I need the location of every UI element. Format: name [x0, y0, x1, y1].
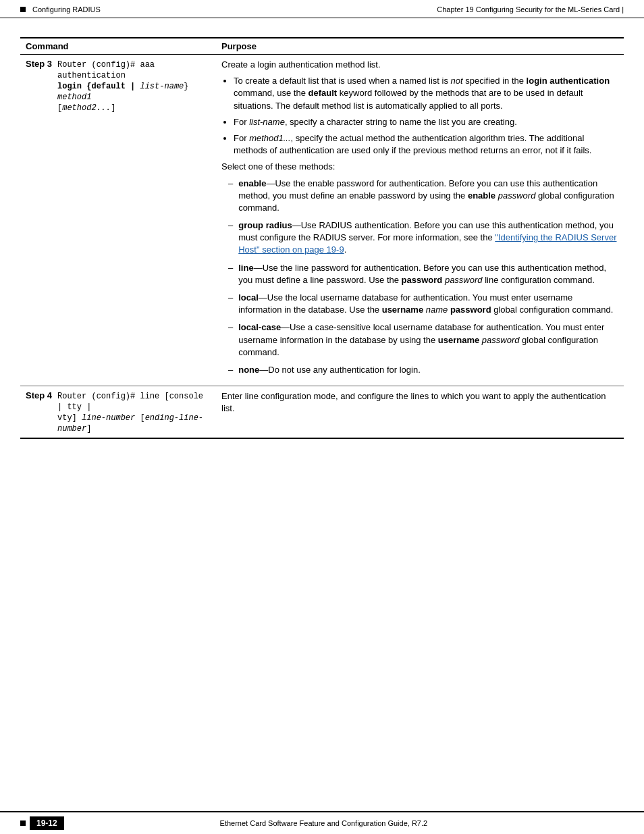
- sub-item-local: local—Use the local username database fo…: [238, 292, 618, 316]
- sub-item-local-case: local-case—Use a case-sensitive local us…: [238, 321, 618, 359]
- footer-left: 19-12: [20, 816, 64, 830]
- page-number: 19-12: [30, 816, 64, 830]
- step4-purpose-text: Enter line configuration mode, and confi…: [221, 390, 618, 415]
- list-item: To create a default list that is used wh…: [234, 75, 618, 112]
- step3-code-line1: Router (config)# aaa authenticationlogin…: [57, 60, 188, 113]
- list-item: group radius—Use RADIUS authentication. …: [228, 219, 618, 257]
- header-bullet-icon: [20, 7, 26, 12]
- footer-bullet-icon: [20, 820, 26, 826]
- table-header-command: Command: [20, 38, 216, 55]
- header-section-label: Configuring RADIUS: [32, 5, 101, 14]
- sub-item-enable: enable—Use the enable password for authe…: [238, 178, 618, 215]
- main-content: Command Purpose Step 3 Router (config)# …: [0, 18, 644, 452]
- table-header-purpose: Purpose: [216, 38, 624, 55]
- table-row: Step 3 Router (config)# aaa authenticati…: [20, 55, 624, 386]
- page-footer: 19-12 Ethernet Card Software Feature and…: [0, 811, 644, 834]
- step3-command-cell: Step 3 Router (config)# aaa authenticati…: [20, 55, 216, 386]
- page-header: Configuring RADIUS Chapter 19 Configurin…: [0, 0, 644, 18]
- footer-title: Ethernet Card Software Feature and Confi…: [64, 819, 583, 827]
- sub-item-line: line—Use the line password for authentic…: [238, 262, 618, 286]
- list-item: For method1..., specify the actual metho…: [234, 132, 618, 157]
- sub-item-none: none—Do not use any authentication for l…: [238, 364, 421, 376]
- list-item: local-case—Use a case-sensitive local us…: [228, 321, 618, 359]
- step4-purpose-cell: Enter line configuration mode, and confi…: [216, 386, 624, 439]
- step4-command-text: Router (config)# line [console | tty |vt…: [57, 390, 211, 434]
- header-chapter: Chapter 19 Configuring Security for the …: [437, 5, 624, 14]
- step4-label: Step 4: [26, 390, 55, 400]
- table-row: Step 4 Router (config)# line [console | …: [20, 386, 624, 439]
- radius-link[interactable]: "Identifying the RADIUS Server Host" sec…: [238, 232, 616, 255]
- step4-code: Router (config)# line [console | tty |vt…: [57, 392, 203, 434]
- list-item: local—Use the local username database fo…: [228, 292, 618, 316]
- list-item: For list-name, specify a character strin…: [234, 116, 618, 128]
- sub-item-group-radius: group radius—Use RADIUS authentication. …: [238, 219, 618, 257]
- step3-purpose-intro: Create a login authentication method lis…: [221, 59, 618, 71]
- sub-methods-list: enable—Use the enable password for authe…: [228, 178, 618, 377]
- header-section: Configuring RADIUS: [20, 5, 101, 14]
- step3-label: Step 3: [26, 59, 55, 69]
- list-item: none—Do not use any authentication for l…: [228, 364, 618, 376]
- step4-command-cell: Step 4 Router (config)# line [console | …: [20, 386, 216, 439]
- page: Configuring RADIUS Chapter 19 Configurin…: [0, 0, 644, 834]
- list-item: enable—Use the enable password for authe…: [228, 178, 618, 215]
- command-table: Command Purpose Step 3 Router (config)# …: [20, 37, 624, 439]
- step3-purpose-cell: Create a login authentication method lis…: [216, 55, 624, 386]
- select-methods-text: Select one of these methods:: [221, 161, 618, 173]
- step3-bullet-list: To create a default list that is used wh…: [234, 75, 618, 157]
- step3-command-text: Router (config)# aaa authenticationlogin…: [57, 59, 211, 113]
- list-item: line—Use the line password for authentic…: [228, 262, 618, 286]
